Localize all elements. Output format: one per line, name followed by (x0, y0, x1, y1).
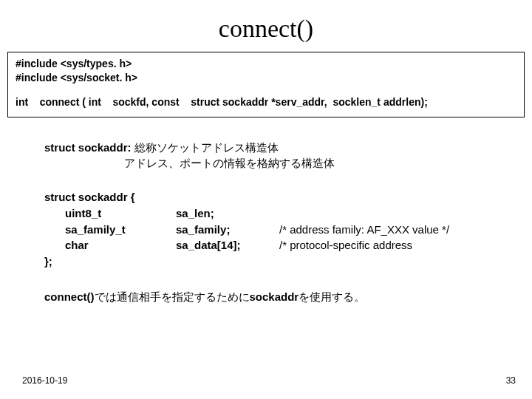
struct-member-2: sa_family_t sa_family; /* address family… (44, 222, 532, 238)
desc-bold1: connect() (44, 290, 95, 303)
footer-page-number: 33 (506, 375, 516, 386)
usage-description: connect()では通信相手を指定するためにsockaddrを使用する。 (44, 289, 532, 305)
struct-member-1: uint8_t sa_len; (44, 205, 532, 222)
footer-date: 2016-10-19 (22, 375, 67, 386)
struct-m2-comment: /* address family: AF_XXX value */ (279, 222, 532, 238)
sockaddr-desc-line2: アドレス、ポートの情報を格納する構造体 (44, 155, 532, 171)
struct-m3-type: char (44, 237, 176, 253)
struct-m3-comment: /* protocol-specific address (279, 237, 532, 253)
function-signature: int connect ( int sockfd, const struct s… (16, 95, 516, 109)
code-box: #include <sys/types. h> #include <sys/so… (7, 52, 525, 117)
struct-m1-type: uint8_t (44, 205, 176, 222)
include-line-1: #include <sys/types. h> (16, 57, 516, 71)
struct-m2-type: sa_family_t (44, 222, 176, 238)
desc-mid: では通信相手を指定するために (95, 290, 250, 303)
struct-m1-comment (279, 205, 532, 222)
slide-title: connect() (0, 15, 532, 43)
struct-open: struct sockaddr { (44, 189, 532, 205)
struct-m2-name: sa_family; (176, 222, 279, 238)
sockaddr-desc-line1: struct sockaddr: 総称ソケットアドレス構造体 (44, 140, 532, 156)
struct-member-3: char sa_data[14]; /* protocol-specific a… (44, 237, 532, 253)
include-line-2: #include <sys/socket. h> (16, 71, 516, 85)
sockaddr-label: struct sockaddr: (44, 141, 134, 154)
desc-bold2: sockaddr (250, 290, 299, 303)
sockaddr-desc1-text: 総称ソケットアドレス構造体 (134, 141, 279, 154)
body-content: struct sockaddr: 総称ソケットアドレス構造体 アドレス、ポートの… (44, 140, 532, 305)
struct-definition: struct sockaddr { uint8_t sa_len; sa_fam… (44, 189, 532, 270)
struct-m3-name: sa_data[14]; (176, 237, 279, 253)
desc-end: を使用する。 (299, 290, 365, 303)
struct-m1-name: sa_len; (176, 205, 279, 222)
struct-close: }; (44, 253, 532, 270)
blank-line (16, 85, 516, 95)
